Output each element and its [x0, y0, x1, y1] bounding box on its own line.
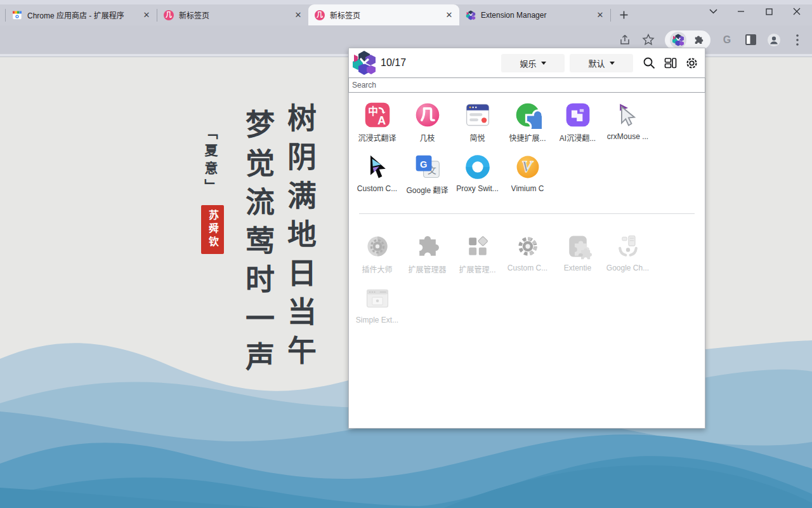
popup-search-input[interactable] — [348, 77, 705, 93]
share-button[interactable] — [618, 33, 632, 47]
extension-manager-icon — [351, 50, 377, 76]
extension-item-simple-ext-disabled[interactable]: Simple Ext... — [352, 284, 402, 324]
side-panel-icon — [745, 34, 757, 46]
quick-extension-icon — [514, 101, 542, 129]
extension-manager-icon — [466, 10, 476, 20]
tab-newtab-2-active[interactable]: 几 新标签页 ✕ — [308, 4, 459, 25]
layout-icon — [664, 57, 677, 69]
close-window-button[interactable] — [783, 2, 811, 21]
enabled-counter: 10/17 — [381, 57, 496, 69]
gear-gray-icon — [514, 232, 542, 260]
tab-close-button[interactable]: ✕ — [293, 10, 303, 20]
extension-manager-toolbar-button[interactable] — [670, 32, 686, 48]
extension-label: 扩展管理... — [459, 264, 495, 274]
bookmark-star-icon — [642, 34, 655, 46]
popup-settings-button[interactable] — [685, 57, 698, 70]
google-g-button[interactable]: G — [720, 33, 734, 47]
tab-label: Extension Manager — [481, 11, 590, 20]
extension-item-immersive-translate[interactable]: 中 A 沉浸式翻译 — [352, 100, 402, 143]
share-icon — [619, 34, 631, 46]
extension-item-custom-cursor[interactable]: Custom C... — [352, 152, 402, 195]
minimize-button[interactable] — [727, 2, 755, 21]
jizhi-icon: 几 — [164, 10, 174, 20]
pinned-extensions-container — [665, 30, 710, 50]
crxmouse-icon — [614, 101, 642, 129]
vimium-c-icon: V — [514, 153, 542, 181]
tab-search-chevron-button[interactable] — [699, 2, 727, 21]
group-filter-label: 娱乐 — [520, 57, 536, 69]
search-icon — [643, 57, 655, 69]
extension-item-extension-admin-disabled[interactable]: 扩展管理... — [452, 232, 502, 274]
puzzle-gray-icon — [414, 232, 442, 260]
extension-item-jizhi[interactable]: 几枝 — [402, 100, 452, 143]
extension-label: 沉浸式翻译 — [358, 132, 396, 143]
side-panel-button[interactable] — [743, 33, 757, 47]
extension-label: Proxy Swit... — [456, 184, 499, 193]
tab-chrome-webstore[interactable]: Chrome 应用商店 - 扩展程序 ✕ — [6, 4, 157, 25]
extension-label: 插件大师 — [362, 264, 392, 274]
poem-line-left: 梦觉流莺时一声 — [236, 109, 278, 380]
extension-item-extension-manager-disabled[interactable]: 扩展管理器 — [402, 232, 452, 274]
extension-item-custom-c-disabled[interactable]: Custom C... — [502, 232, 553, 274]
jizhi-icon — [414, 101, 442, 129]
group-filter-button[interactable]: 娱乐 — [501, 54, 565, 72]
extension-item-extentie-disabled[interactable]: Extentie — [553, 232, 603, 274]
extension-item-proxy-switchyomega[interactable]: Proxy Swit... — [452, 152, 502, 195]
google-translate-icon: 文 G — [414, 153, 442, 181]
extension-label: Google 翻译 — [406, 184, 448, 195]
ai-immersive-translate-icon — [564, 101, 592, 129]
minimize-icon — [737, 8, 745, 15]
chevron-down-icon — [709, 9, 717, 14]
extension-item-crxmouse[interactable]: crxMouse ... — [603, 100, 653, 143]
extension-label: AI沉浸翻... — [560, 132, 596, 143]
tab-close-button[interactable]: ✕ — [141, 10, 152, 20]
proxy-switchyomega-icon — [464, 153, 492, 181]
caret-down-icon — [610, 62, 615, 65]
tab-close-button[interactable]: ✕ — [444, 10, 454, 20]
tab-newtab-1[interactable]: 几 新标签页 ✕ — [157, 4, 308, 25]
profile-filter-label: 默认 — [588, 57, 605, 69]
layout-toggle-button[interactable] — [664, 57, 677, 70]
extension-item-simpread[interactable]: 简悦 — [452, 100, 502, 143]
browser-menu-button[interactable] — [790, 33, 804, 47]
svg-text:V: V — [521, 157, 533, 176]
extension-label: Custom C... — [357, 184, 397, 193]
simpread-icon — [464, 101, 492, 129]
extension-item-ai-immersive[interactable]: AI沉浸翻... — [553, 100, 603, 143]
immersive-translate-icon: 中 A — [363, 101, 391, 129]
extension-item-plugin-master-disabled[interactable]: 插件大师 — [352, 232, 402, 274]
poem-line-right: 树阴满地日当午 — [278, 103, 320, 374]
extension-item-quick-extension[interactable]: 快捷扩展... — [502, 100, 553, 143]
popup-header: 10/17 娱乐 默认 — [349, 48, 705, 77]
enabled-extensions-grid: 中 A 沉浸式翻译 几枝 — [349, 93, 705, 204]
extension-label: 快捷扩展... — [509, 132, 546, 143]
bookmark-button[interactable] — [641, 33, 655, 47]
browser-frame: Chrome 应用商店 - 扩展程序 ✕ 几 新标签页 ✕ 几 新标签页 ✕ E… — [0, 0, 812, 25]
extension-item-google-ch-disabled[interactable]: Google Ch... — [603, 232, 653, 274]
plugin-master-icon — [363, 232, 391, 260]
extension-label: Google Ch... — [606, 264, 649, 272]
extension-label: Simple Ext... — [356, 316, 398, 324]
tab-extension-manager[interactable]: Extension Manager ✕ — [459, 4, 610, 25]
extensions-menu-button[interactable] — [691, 33, 705, 47]
chrome-webstore-icon — [12, 10, 22, 20]
profile-icon — [767, 32, 781, 48]
extension-item-vimium-c[interactable]: V Vimium C — [502, 152, 553, 195]
browser-window-gray-icon — [363, 284, 391, 312]
popup-search-button[interactable] — [642, 57, 655, 70]
tab-close-button[interactable]: ✕ — [595, 10, 605, 20]
extension-item-google-translate[interactable]: 文 G Google 翻译 — [402, 152, 452, 195]
profile-button[interactable] — [767, 33, 781, 47]
extension-label: 几枝 — [419, 132, 435, 143]
hands-phone-icon — [614, 232, 642, 260]
svg-text:G: G — [420, 159, 427, 170]
svg-text:A: A — [377, 114, 386, 127]
new-tab-button[interactable] — [615, 6, 632, 23]
maximize-button[interactable] — [755, 2, 783, 21]
close-icon — [793, 8, 801, 15]
extentie-icon — [564, 232, 592, 260]
extension-manager-icon — [672, 34, 684, 46]
extension-label: 扩展管理器 — [408, 264, 446, 274]
settings-gear-icon — [685, 57, 698, 70]
profile-filter-button[interactable]: 默认 — [570, 54, 633, 72]
